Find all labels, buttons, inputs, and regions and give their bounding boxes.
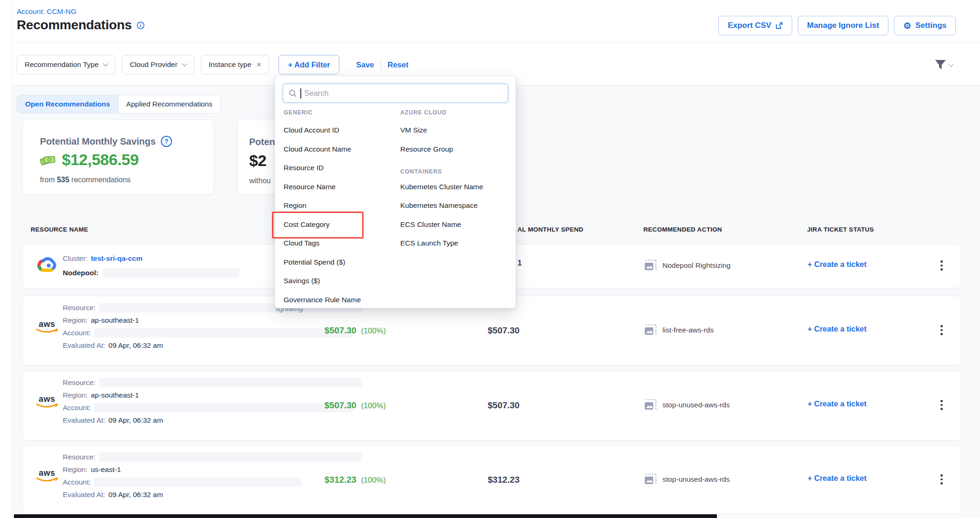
account-label: Account: (63, 329, 91, 337)
chip-label: Cloud Provider (130, 60, 178, 69)
info-icon[interactable] (137, 21, 145, 29)
savings-count: 535 (57, 176, 69, 184)
cluster-name-link[interactable]: test-sri-qa-ccm (91, 254, 142, 263)
filter-chip-cloud-provider[interactable]: Cloud Provider (122, 55, 194, 74)
filter-chip-recommendation-type[interactable]: Recommendation Type (17, 55, 115, 74)
filter-option-resource-group[interactable]: Resource Group (400, 145, 453, 153)
add-filter-button[interactable]: + Add Filter (278, 55, 339, 74)
section-generic: GENERIC (284, 109, 313, 116)
tab-applied-recommendations[interactable]: Applied Recommendations (118, 95, 220, 113)
region-value: us-east-1 (91, 465, 121, 474)
clipped-cell-text: lightwing (276, 308, 308, 313)
create-ticket-link[interactable]: + Create a ticket (808, 474, 867, 483)
help-icon[interactable]: ? (161, 136, 172, 147)
filter-option-cloud-account-id[interactable]: Cloud Account ID (284, 126, 339, 134)
savings-card-title: Potential Monthly Savings ? (40, 136, 172, 147)
savings-value: $507.30 (324, 400, 357, 411)
breadcrumb[interactable]: Account: CCM-NG (17, 7, 76, 16)
settings-button[interactable]: ⚙ Settings (894, 16, 956, 35)
table-row[interactable]: aws Resource: Region:us-east-1 Account: … (22, 445, 961, 514)
broken-image-icon (644, 399, 657, 411)
broken-image-icon (644, 259, 657, 271)
aws-icon: aws (35, 469, 59, 485)
create-ticket-link[interactable]: + Create a ticket (808, 325, 867, 333)
close-icon[interactable]: × (257, 60, 262, 69)
filter-option-vm-size[interactable]: VM Size (400, 126, 427, 134)
reset-filter-link[interactable]: Reset (388, 60, 409, 69)
dropdown-search[interactable] (283, 84, 508, 103)
create-ticket-link[interactable]: + Create a ticket (808, 260, 867, 269)
savings-card-title-text: Potential Monthly Savings (40, 136, 156, 147)
potential-savings-cell: $312.23 (100%) (324, 475, 386, 485)
cluster-line: Cluster: test-sri-qa-ccm (63, 252, 239, 265)
filter-option-kubernetes-cluster-name[interactable]: Kubernetes Cluster Name (400, 183, 483, 191)
filter-bar: Recommendation Type Cloud Provider Insta… (17, 55, 408, 74)
filter-panel-toggle[interactable] (934, 60, 953, 70)
region-label: Region: (63, 316, 87, 325)
filter-chip-instance-type[interactable]: Instance type × (201, 55, 270, 74)
broken-image-icon (644, 473, 657, 485)
add-filter-label: + Add Filter (288, 60, 330, 69)
chevron-down-icon (948, 61, 954, 66)
aws-icon: aws (35, 395, 59, 411)
section-azure-cloud: AZURE CLOUD (400, 109, 447, 116)
chip-label: Instance type (209, 60, 252, 69)
add-filter-dropdown: GENERIC Cloud Account ID Cloud Account N… (275, 76, 516, 308)
monthly-spend-value: $312.23 (488, 475, 520, 485)
potential-savings-cell: $507.30 (100%) (324, 400, 386, 411)
redacted-value (99, 452, 362, 462)
recommended-action-label: Nodepool Rightsizing (662, 261, 730, 270)
redacted-value (94, 403, 353, 412)
money-icon (40, 153, 58, 167)
monthly-spend-value: $507.30 (488, 400, 520, 411)
aws-smile-icon (35, 328, 59, 334)
row-menu-kebab-icon[interactable] (939, 259, 945, 272)
save-filter-link[interactable]: Save (356, 60, 374, 69)
recommendations-tabs: Open Recommendations Applied Recommendat… (17, 95, 221, 113)
filter-option-cost-category[interactable]: Cost Category (284, 220, 330, 229)
potential-monthly-savings-card: Potential Monthly Savings ? $12,586.59 f… (22, 120, 214, 195)
savings-value: $507.30 (324, 325, 357, 336)
filter-option-potential-spend[interactable]: Potential Spend ($) (284, 258, 345, 266)
filter-option-governance-rule-name[interactable]: Governance Rule Name (284, 296, 361, 304)
filter-option-region[interactable]: Region (284, 201, 306, 210)
gear-icon: ⚙ (903, 21, 911, 30)
filter-option-ecs-launch-type[interactable]: ECS Launch Type (400, 239, 458, 247)
save-reset-divider (381, 60, 381, 70)
recommended-action-label: stop-unused-aws-rds (662, 475, 730, 484)
page-title-text: Recommendations (17, 18, 132, 33)
evaluated-at-value: 09 Apr, 06:32 am (108, 416, 163, 425)
search-input[interactable] (305, 89, 503, 98)
savings-amount: $12,586.59 (40, 151, 139, 169)
create-ticket-link[interactable]: + Create a ticket (808, 399, 867, 408)
recommended-action-cell: stop-unused-aws-rds (644, 473, 730, 485)
export-csv-button[interactable]: Export CSV (718, 16, 792, 35)
nodepool-label: Nodepool: (63, 269, 99, 277)
filter-option-savings[interactable]: Savings ($) (284, 277, 320, 285)
external-link-icon (775, 22, 783, 29)
potential-savings-cell: $507.30 (100%) (324, 325, 386, 336)
redacted-value (102, 268, 239, 278)
redacted-value (94, 328, 353, 338)
table-row[interactable]: aws Resource: Region:ap-southeast-1 Acco… (22, 371, 961, 440)
tab-open-recommendations[interactable]: Open Recommendations (17, 95, 118, 113)
row-menu-kebab-icon[interactable] (939, 472, 945, 486)
savings-percent: (100%) (361, 476, 386, 485)
monthly-spend-fragment: 1 (517, 259, 522, 268)
filter-option-kubernetes-namespace[interactable]: Kubernetes Namespace (400, 201, 477, 210)
row-menu-kebab-icon[interactable] (939, 323, 945, 337)
gcp-icon (36, 256, 57, 274)
clipped-cell-text-value: lightwing (276, 308, 308, 312)
filter-option-cloud-account-name[interactable]: Cloud Account Name (284, 145, 351, 153)
cluster-label: Cluster: (63, 254, 87, 263)
region-label: Region: (63, 465, 87, 474)
filter-option-resource-name[interactable]: Resource Name (284, 183, 336, 191)
filter-option-cloud-tags[interactable]: Cloud Tags (284, 239, 319, 247)
filter-option-ecs-cluster-name[interactable]: ECS Cluster Name (400, 220, 461, 229)
row-menu-kebab-icon[interactable] (939, 398, 945, 412)
manage-ignore-list-button[interactable]: Manage Ignore List (798, 16, 888, 35)
savings-card-subtext: from 535 recommendations (40, 176, 131, 184)
savings-percent: (100%) (361, 326, 386, 335)
filter-option-resource-id[interactable]: Resource ID (284, 164, 324, 172)
tab-label: Open Recommendations (25, 100, 110, 108)
